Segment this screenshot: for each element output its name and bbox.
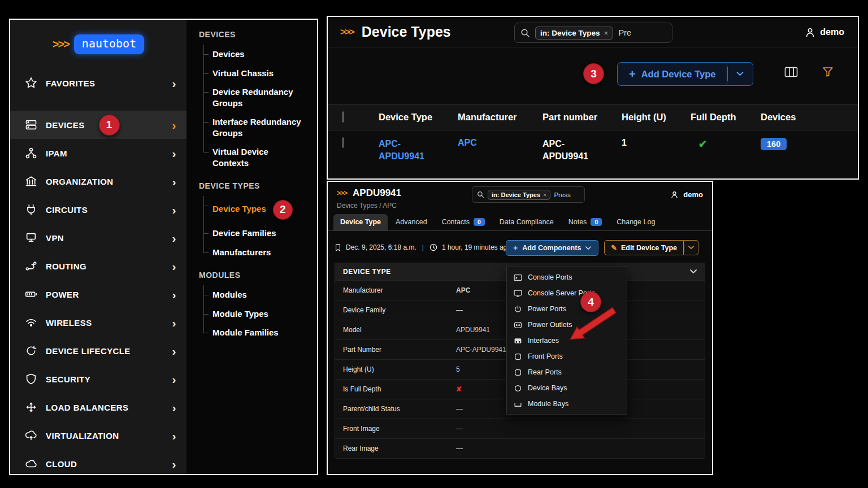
search-input[interactable]: in: Device Types × Press xyxy=(472,186,585,203)
select-all-checkbox[interactable] xyxy=(342,111,344,123)
submenu-item-manufacturers[interactable]: Manufacturers xyxy=(203,243,302,262)
sidebar-item-device-lifecycle[interactable]: DEVICE LIFECYCLE › xyxy=(10,337,186,365)
sidebar-item-organization[interactable]: ORGANIZATION › xyxy=(10,167,186,195)
submenu-item-module-families[interactable]: Module Families xyxy=(203,323,302,342)
list-toolbar: 3 + Add Device Type xyxy=(328,47,858,91)
edit-device-type-button[interactable]: ✎ Edit Device Type xyxy=(604,240,684,255)
tab-data-compliance[interactable]: Data Compliance xyxy=(493,214,561,230)
manufacturer-link[interactable]: APC xyxy=(458,138,542,148)
sidebar-item-ipam[interactable]: IPAM › xyxy=(10,139,186,167)
menu-item-front-ports[interactable]: Front Ports xyxy=(507,348,627,364)
sidebar-item-power[interactable]: POWER › xyxy=(10,280,186,308)
chevron-down-icon xyxy=(585,246,591,250)
sidebar-item-wireless[interactable]: WIRELESS › xyxy=(10,308,186,337)
step-badge-3: 3 xyxy=(583,63,604,84)
sidebar-item-cloud[interactable]: CLOUD › xyxy=(10,450,186,474)
chip-close-icon[interactable]: × xyxy=(604,29,609,37)
submenu-item-modules[interactable]: Modules xyxy=(203,285,302,304)
search-input[interactable]: in: Device Types × Pre xyxy=(514,23,672,43)
sidebar-item-vpn[interactable]: VPN › xyxy=(10,224,186,252)
submenu-item-virtual-chassis[interactable]: Virtual Chassis xyxy=(203,64,302,83)
row-checkbox[interactable] xyxy=(342,137,344,148)
chip-close-icon[interactable]: × xyxy=(543,191,546,198)
submenu-section-modules: MODULES xyxy=(199,271,317,280)
chevron-right-icon: › xyxy=(172,204,176,216)
menu-item-console-ports[interactable]: Console Ports xyxy=(507,269,627,285)
sidebar-item-devices[interactable]: DEVICES 1 › xyxy=(10,111,186,139)
module-bay-icon xyxy=(514,400,522,408)
submenu-tree-modules: Modules Module Types Module Families xyxy=(203,285,317,342)
submenu-item-device-types[interactable]: Device Types2 xyxy=(203,196,302,224)
devices-count-badge[interactable]: 160 xyxy=(761,138,787,150)
battery-icon xyxy=(25,288,37,300)
submenu-item-device-redundancy-groups[interactable]: Device Redundancy Groups xyxy=(203,82,302,112)
add-device-type-button-group: + Add Device Type xyxy=(617,62,753,86)
route-icon xyxy=(25,260,37,272)
submenu-tree-devices: Devices Virtual Chassis Device Redundanc… xyxy=(203,45,317,172)
menu-item-module-bays[interactable]: Module Bays xyxy=(507,396,627,412)
table-header-row: Device Type Manufacturer Part number Hei… xyxy=(328,104,858,130)
height-cell: 1 xyxy=(622,138,691,148)
filter-button[interactable] xyxy=(822,66,834,80)
breadcrumb[interactable]: Device Types / APC xyxy=(337,202,703,210)
chevron-right-icon: › xyxy=(172,430,176,442)
menu-item-device-bays[interactable]: Device Bays xyxy=(507,380,627,396)
add-components-button[interactable]: + Add Components xyxy=(506,240,598,256)
sidebar-item-label: CLOUD xyxy=(46,459,77,469)
search-placeholder: Pre xyxy=(618,28,631,37)
tab-device-type[interactable]: Device Type xyxy=(333,214,388,230)
sidebar-item-label: CIRCUITS xyxy=(46,205,88,215)
search-filter-chip[interactable]: in: Device Types × xyxy=(535,27,613,40)
page-arrows-icon: >>> xyxy=(337,189,347,197)
sidebar-item-favorites[interactable]: FAVORITES › xyxy=(10,69,186,97)
tab-notes[interactable]: Notes0 xyxy=(562,214,609,230)
user-menu[interactable]: demo xyxy=(670,182,703,207)
sidebar-item-security[interactable]: SECURITY › xyxy=(10,365,186,393)
table-columns-icon xyxy=(784,67,798,77)
edit-dropdown-caret[interactable] xyxy=(684,240,698,255)
menu-item-console-server-ports[interactable]: Console Server Ports xyxy=(507,285,627,301)
sidebar-item-label: POWER xyxy=(46,290,79,299)
submenu-item-virtual-device-contexts[interactable]: Virtual Device Contexts xyxy=(203,142,302,172)
submenu-item-module-types[interactable]: Module Types xyxy=(203,304,302,324)
sidebar-panel: >>> nautobot FAVORITES › DEVICES 1 › IPA… xyxy=(9,19,318,475)
submenu-section-device-types: DEVICE TYPES xyxy=(199,181,317,190)
step-badge-4: 4 xyxy=(580,291,601,312)
search-placeholder: Press xyxy=(554,191,570,198)
tab-change-log[interactable]: Change Log xyxy=(610,214,662,230)
search-icon xyxy=(477,191,484,198)
sidebar-item-circuits[interactable]: CIRCUITS › xyxy=(10,195,186,224)
table-columns-button[interactable] xyxy=(784,67,798,80)
device-type-link[interactable]: APC-APDU9941 xyxy=(379,138,433,162)
search-filter-chip[interactable]: in: Device Types × xyxy=(488,190,550,200)
submenu-item-interface-redundancy-groups[interactable]: Interface Redundancy Groups xyxy=(203,112,302,142)
chevron-right-icon: › xyxy=(172,232,176,244)
tab-contacts[interactable]: Contacts0 xyxy=(435,214,492,230)
sidebar-item-label: IPAM xyxy=(46,149,67,158)
edit-device-type-button-group: ✎ Edit Device Type xyxy=(604,240,698,255)
devices-submenu: DEVICES Devices Virtual Chassis Device R… xyxy=(186,20,317,474)
step-badge-1: 1 xyxy=(99,115,120,136)
submenu-item-device-families[interactable]: Device Families xyxy=(203,224,302,243)
sidebar-item-virtualization[interactable]: VIRTUALIZATION › xyxy=(10,421,186,450)
column-header: Height (U) xyxy=(622,112,691,123)
menu-item-rear-ports[interactable]: Rear Ports xyxy=(507,364,627,380)
sidebar-item-label: FAVORITES xyxy=(46,79,96,88)
user-menu[interactable]: demo xyxy=(805,17,844,47)
chevron-right-icon: › xyxy=(172,289,176,300)
sidebar-item-routing[interactable]: ROUTING › xyxy=(10,252,186,280)
updated-ago: 1 hour, 19 minutes ago xyxy=(442,243,511,251)
submenu-tree-device-types: Device Types2 Device Families Manufactur… xyxy=(203,196,317,262)
arrows-cross-icon xyxy=(25,401,37,413)
tab-advanced[interactable]: Advanced xyxy=(389,214,434,230)
page-title: Device Types xyxy=(362,24,451,40)
add-device-type-dropdown-caret[interactable] xyxy=(727,62,753,86)
add-device-type-button[interactable]: + Add Device Type xyxy=(617,62,727,86)
interface-icon xyxy=(514,337,522,345)
submenu-item-devices[interactable]: Devices xyxy=(203,45,302,64)
page-arrows-icon: >>> xyxy=(340,27,354,38)
column-header: Part number xyxy=(542,112,622,123)
chevron-down-icon[interactable] xyxy=(690,269,697,274)
nautobot-logo[interactable]: >>> nautobot xyxy=(10,34,186,54)
sidebar-item-load-balancers[interactable]: LOAD BALANCERS › xyxy=(10,393,186,421)
